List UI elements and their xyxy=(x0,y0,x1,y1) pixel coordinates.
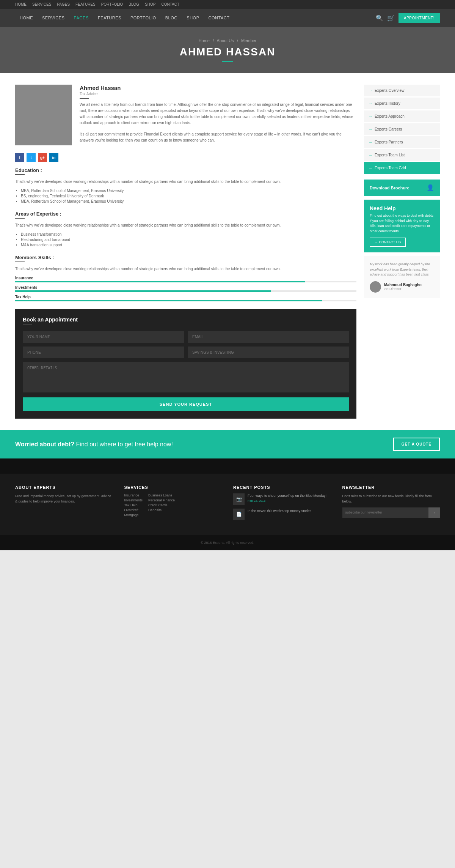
sidebar-item-history[interactable]: → Experts History xyxy=(364,98,440,109)
post-info: Four ways to cheer yourself up on the Bl… xyxy=(248,493,326,503)
your-name-input[interactable] xyxy=(23,331,184,343)
nav-features[interactable]: FEATURES xyxy=(93,9,126,27)
footer-services-col2: Business Loans Personal Finance Credit C… xyxy=(148,493,175,518)
sidebar-item-overview[interactable]: → Experts Overview xyxy=(364,85,440,96)
footer-link[interactable]: Tax Help xyxy=(124,503,143,507)
footer-columns: ABOUT EXPERTS Free and impartial money a… xyxy=(15,485,440,524)
sidebar-item-careers[interactable]: → Experts Careers xyxy=(364,123,440,135)
footer-recent-posts: RECENT POSTS 📷 Four ways to cheer yourse… xyxy=(233,485,331,524)
skills-section: Members Skills : That's why we've develo… xyxy=(15,255,356,301)
savings-input[interactable] xyxy=(188,347,349,358)
other-details-input[interactable] xyxy=(23,362,349,392)
submit-button[interactable]: SEND YOUR REQUEST xyxy=(23,397,349,411)
post-title[interactable]: In the news: this week's top money stori… xyxy=(248,509,311,514)
facebook-button[interactable]: f xyxy=(15,153,24,162)
footer-posts-title: RECENT POSTS xyxy=(233,485,331,490)
sidebar-item-label: Experts Overview xyxy=(375,88,404,93)
contact-us-button[interactable]: → CONTACT US xyxy=(370,238,406,247)
form-row-2 xyxy=(23,347,349,358)
footer-link[interactable]: Mortgage xyxy=(124,513,143,517)
top-nav-services[interactable]: SERVICES xyxy=(32,2,51,6)
top-nav-contact[interactable]: CONTACT xyxy=(161,2,179,6)
skills-intro: That's why we've developed close working… xyxy=(15,266,356,272)
nav-shop[interactable]: SHOP xyxy=(182,9,204,27)
testimonial-author: Mahmoud Baghagho Art Director xyxy=(370,281,434,293)
googleplus-button[interactable]: g+ xyxy=(38,153,47,162)
expertise-line xyxy=(15,218,25,219)
footer-link[interactable]: Investments xyxy=(124,498,143,502)
download-label: Download Brochure xyxy=(370,186,410,190)
download-brochure-button[interactable]: Download Brochure 👤 xyxy=(364,180,440,196)
sidebar-item-team-grid[interactable]: → Experts Team Grid xyxy=(364,162,440,174)
education-list: MBA, Rotterdam School of Management, Era… xyxy=(21,189,356,203)
skill-label: Tax Help xyxy=(15,295,356,299)
arrow-icon: → xyxy=(369,166,372,170)
nav-home[interactable]: HOME xyxy=(15,9,38,27)
education-line xyxy=(15,174,25,175)
sidebar-item-partners[interactable]: → Experts Partners xyxy=(364,136,440,148)
footer: ABOUT EXPERTS Free and impartial money a… xyxy=(0,474,455,535)
footer-link[interactable]: Insurance xyxy=(124,493,143,497)
nav-portfolio[interactable]: PORTFOLIO xyxy=(126,9,161,27)
top-nav-portfolio[interactable]: PORTFOLIO xyxy=(101,2,123,6)
list-item: BS, engineering, Technical University of… xyxy=(21,194,356,198)
footer-link[interactable]: Overdraft xyxy=(124,508,143,512)
appointment-button[interactable]: Appointment! xyxy=(399,13,440,23)
form-row-1 xyxy=(23,331,349,343)
education-section: Education : That's why we've developed c… xyxy=(15,167,356,203)
need-help-box: Need Help Find out about the ways to dea… xyxy=(364,200,440,252)
breadcrumb-sep1: / xyxy=(213,38,214,43)
nav-contact[interactable]: CONTACT xyxy=(204,9,234,27)
skill-bar-bg xyxy=(15,300,356,301)
footer-services-title: SERVICES xyxy=(124,485,222,490)
footer-link[interactable]: Credit Cards xyxy=(148,503,175,507)
footer-link[interactable]: Deposits xyxy=(148,508,175,512)
cart-icon[interactable]: 🛒 xyxy=(387,14,395,22)
newsletter-submit[interactable]: → xyxy=(428,507,440,518)
education-intro: That's why we've developed close working… xyxy=(15,179,356,185)
top-nav-features[interactable]: FEATURES xyxy=(75,2,96,6)
nav-blog[interactable]: BLOG xyxy=(161,9,182,27)
breadcrumb-about[interactable]: About Us xyxy=(217,38,234,43)
skill-bar-fill xyxy=(15,290,271,292)
sidebar-item-label: Experts Careers xyxy=(375,127,402,131)
breadcrumb-home[interactable]: Home xyxy=(199,38,210,43)
newsletter-input[interactable] xyxy=(342,507,429,518)
post-date: Feb 22, 2016 xyxy=(248,499,326,503)
list-item: Business transformation xyxy=(21,232,356,236)
footer-link[interactable]: Business Loans xyxy=(148,493,175,497)
breadcrumb: Home / About Us / Member xyxy=(15,38,440,43)
top-nav-blog[interactable]: BLOG xyxy=(129,2,139,6)
top-nav-shop[interactable]: SHOP xyxy=(145,2,155,6)
nav-services[interactable]: SERVICES xyxy=(38,9,69,27)
get-quote-button[interactable]: GET A QUOTE xyxy=(393,438,440,451)
top-nav-pages[interactable]: PAGES xyxy=(57,2,70,6)
download-icon: 👤 xyxy=(427,184,434,191)
skill-investments: Investments xyxy=(15,285,356,292)
cta-text-normal: Find out where to get free help now! xyxy=(74,441,173,447)
recent-post-2: 📄 In the news: this week's top money sto… xyxy=(233,509,331,520)
skill-bar-fill xyxy=(15,281,305,282)
expertise-section: Areas of Expertise : That's why we've de… xyxy=(15,211,356,247)
nav-pages[interactable]: PAGES xyxy=(69,9,93,27)
footer-link[interactable]: Personal Finance xyxy=(148,498,175,502)
profile-name: Ahmed Hassan xyxy=(80,85,356,91)
post-title[interactable]: Four ways to cheer yourself up on the Bl… xyxy=(248,493,326,498)
linkedin-button[interactable]: in xyxy=(49,153,58,162)
main-nav-links: HOME SERVICES PAGES FEATURES PORTFOLIO B… xyxy=(15,9,234,27)
cta-text: Worried about debt? Find out where to ge… xyxy=(15,441,173,448)
top-nav-home[interactable]: HOME xyxy=(15,2,27,6)
footer-newsletter: NEWSLETTER Don't miss to subscribe to ou… xyxy=(342,485,440,524)
phone-input[interactable] xyxy=(23,347,184,358)
form-title: Book an Appointment xyxy=(23,317,349,323)
email-input[interactable] xyxy=(188,331,349,343)
cta-banner: Worried about debt? Find out where to ge… xyxy=(0,430,455,458)
twitter-button[interactable]: t xyxy=(27,153,36,162)
sidebar-item-label: Experts Partners xyxy=(375,140,403,144)
nav-right: 🔍 🛒 Appointment! xyxy=(376,13,440,23)
search-icon[interactable]: 🔍 xyxy=(376,14,383,22)
footer-about-title: ABOUT EXPERTS xyxy=(15,485,113,490)
sidebar-item-approach[interactable]: → Experts Approach xyxy=(364,110,440,122)
list-item: Restructuring and turnaround xyxy=(21,238,356,242)
sidebar-item-team-list[interactable]: → Experts Team List xyxy=(364,149,440,161)
